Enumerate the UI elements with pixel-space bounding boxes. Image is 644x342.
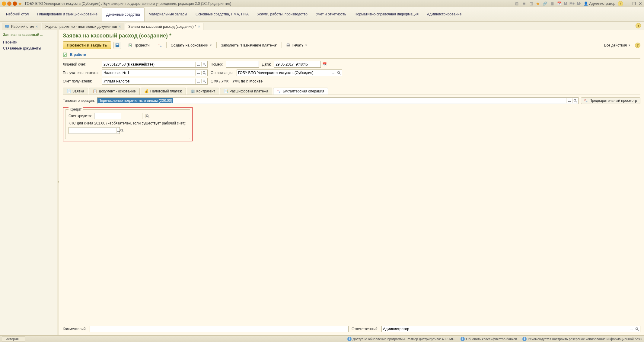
menu-accounting[interactable]: Учет и отчетность: [312, 7, 350, 21]
subtab-counterparty[interactable]: 🏢Контрагент: [187, 88, 219, 95]
create-based-button[interactable]: Создать на основании ▼: [169, 42, 214, 48]
search-icon[interactable]: [201, 79, 207, 83]
ellipsis-button[interactable]: ...: [195, 62, 201, 67]
lbl-typ-op: Типовая операция:: [63, 98, 95, 103]
calendar-icon[interactable]: 📅: [322, 62, 327, 66]
m-minus-icon[interactable]: M-: [577, 2, 581, 6]
calculator-icon[interactable]: ▦: [550, 1, 554, 6]
close-button[interactable]: ✕: [639, 1, 642, 6]
post-button[interactable]: Провести: [126, 42, 151, 48]
menu-admin[interactable]: Администрирование: [423, 7, 466, 21]
subtab-tax[interactable]: 💰Налоговый платеж: [141, 88, 186, 95]
maximize-button[interactable]: ❐: [632, 1, 636, 6]
tab-close-icon[interactable]: ×: [119, 24, 121, 29]
titlebar-right: ▤ ☷ ◫ ★ 🔗 ▦ 📅 M M+ M- 👤 Администратор i …: [514, 1, 642, 6]
chevron-down-icon[interactable]: ▾: [636, 23, 641, 28]
ellipsis-button[interactable]: ...: [566, 98, 572, 103]
input-data[interactable]: 📅: [274, 61, 321, 68]
search-icon[interactable]: [120, 128, 124, 133]
tab-close-icon[interactable]: ×: [36, 24, 38, 29]
search-icon[interactable]: [201, 62, 207, 66]
status-update[interactable]: iДоступно обновление программы. Размер д…: [347, 337, 455, 341]
comment-field[interactable]: [90, 326, 348, 332]
save-button[interactable]: [113, 42, 121, 49]
input-typ-op[interactable]: Перечисление подотчетным лицам (208.00) …: [97, 97, 579, 104]
svg-rect-1: [7, 27, 8, 28]
input-sk[interactable]: ...: [94, 113, 121, 119]
subtab-request[interactable]: 📄Заявка: [63, 88, 88, 95]
ellipsis-button[interactable]: ...: [116, 128, 120, 133]
menu-planning[interactable]: Планирование и санкционирование: [33, 7, 102, 21]
tab-close-icon[interactable]: ×: [198, 24, 200, 29]
print-button[interactable]: Печать ▼: [284, 42, 309, 48]
doc-yellow-icon: 📋: [93, 89, 97, 93]
nav-back-icon[interactable]: [7, 2, 11, 6]
input-org[interactable]: ...: [237, 69, 342, 76]
input-kps[interactable]: ...: [69, 127, 120, 134]
search-icon[interactable]: [201, 71, 207, 75]
tab-document[interactable]: Заявка на кассовый расход (создание) * ×: [125, 23, 203, 30]
star-icon[interactable]: ★: [536, 1, 540, 6]
tab-workdesk[interactable]: Рабочий стол ×: [2, 23, 41, 30]
menu-materials[interactable]: Материальные запасы: [145, 7, 191, 21]
menu-money[interactable]: Денежные средства: [102, 7, 145, 21]
subtab-accounting-op[interactable]: ДтКтБухгалтерская операция: [273, 88, 328, 95]
lic-schet-field[interactable]: [102, 61, 195, 67]
resp-field[interactable]: [382, 326, 628, 332]
menu-services[interactable]: Услуги, работы, производство: [253, 7, 312, 21]
search-icon[interactable]: [336, 71, 342, 75]
fill-purpose-button[interactable]: Заполнить "Назначение платежа": [219, 42, 279, 48]
search-icon[interactable]: [145, 114, 150, 118]
input-polu[interactable]: ...: [102, 69, 208, 76]
m-plus-icon[interactable]: M+: [569, 2, 575, 6]
kps-field[interactable]: [69, 127, 116, 134]
subtab-base-doc[interactable]: 📋Документ - основание: [89, 88, 140, 95]
status-classifier[interactable]: iОбновить классификатор банков: [461, 337, 517, 341]
input-comment[interactable]: [90, 326, 349, 332]
svg-line-13: [205, 73, 206, 74]
search-icon[interactable]: [634, 327, 640, 331]
data-field[interactable]: [274, 61, 322, 67]
all-actions-button[interactable]: Все действия ▼: [602, 42, 633, 48]
history-button[interactable]: История...: [2, 337, 25, 341]
org-field[interactable]: [237, 70, 330, 76]
search-icon[interactable]: [572, 98, 578, 103]
preview-button[interactable]: ДтКт Предварительный просмотр: [581, 97, 640, 104]
tb-icon-3[interactable]: ◫: [529, 1, 534, 6]
schet-field[interactable]: [102, 78, 195, 84]
sidebar-link-related[interactable]: Связанные документы: [3, 45, 54, 51]
subtab-detail[interactable]: 📑Расшифровка платежа: [220, 88, 272, 95]
link-icon[interactable]: 🔗: [542, 1, 547, 6]
ellipsis-button[interactable]: ...: [142, 113, 145, 119]
menu-refinfo[interactable]: Нормативно-справочная информация: [350, 7, 423, 21]
svg-rect-3: [116, 44, 118, 45]
calendar-icon[interactable]: 📅: [557, 1, 562, 6]
favorite-icon[interactable]: ★: [18, 1, 22, 6]
menu-assets[interactable]: Основные средства, НМА, НПА: [191, 7, 253, 21]
sk-field[interactable]: [94, 113, 142, 119]
post-and-close-button[interactable]: Провести и закрыть: [63, 41, 111, 49]
tab-journal[interactable]: Журнал расчетно - платежных документов ×: [42, 23, 124, 30]
dtkt-button[interactable]: ДтКт: [157, 43, 164, 48]
info-icon[interactable]: i: [618, 1, 623, 6]
ellipsis-button[interactable]: ...: [330, 70, 336, 76]
ellipsis-button[interactable]: ...: [628, 326, 634, 332]
input-resp[interactable]: ...: [381, 326, 640, 332]
monitor-icon: [5, 24, 9, 29]
ellipsis-button[interactable]: ...: [195, 79, 201, 84]
polu-field[interactable]: [102, 70, 195, 76]
status-backup[interactable]: iРекомендуется настроить резервное копир…: [522, 337, 642, 341]
sidebar-link-goto[interactable]: Перейти: [3, 39, 54, 45]
ellipsis-button[interactable]: ...: [195, 70, 201, 76]
tb-icon-2[interactable]: ☷: [521, 1, 526, 6]
m-icon[interactable]: M: [564, 2, 567, 6]
menu-workdesk[interactable]: Рабочий стол: [2, 7, 33, 21]
help-icon[interactable]: ?: [635, 43, 640, 48]
minimize-button[interactable]: —: [626, 1, 630, 6]
tb-icon-1[interactable]: ▤: [514, 1, 519, 6]
input-schet[interactable]: ...: [102, 78, 208, 85]
nav-fwd-icon[interactable]: [13, 2, 17, 6]
input-lic-schet[interactable]: ...: [102, 61, 208, 68]
separator: [216, 42, 217, 48]
input-nomer[interactable]: [226, 61, 259, 68]
